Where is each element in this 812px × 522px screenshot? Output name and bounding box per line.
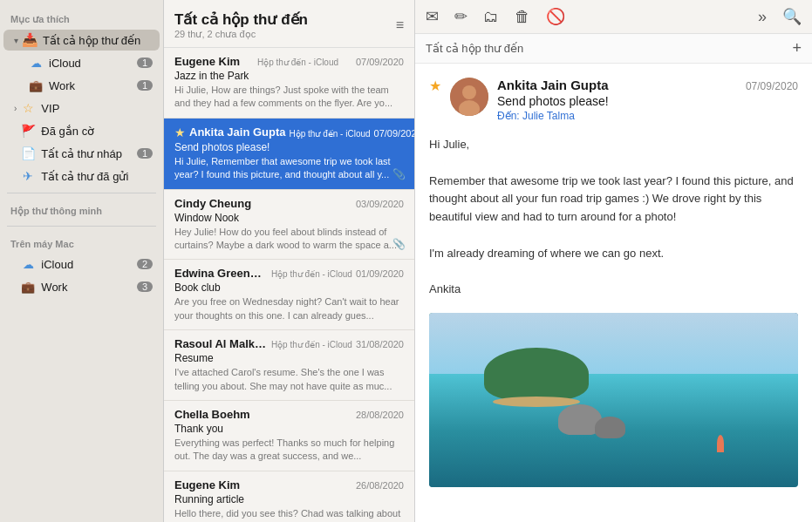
email-content: ★ Ankita Jain Gupta 07/09/2020 Send phot… [415,64,812,522]
mail-item-sender: Chella Boehm [174,408,356,421]
mail-item-meta: Hộp thư đến - iCloud [271,340,352,349]
email-body: Hi Julie, Remember that awesome trip we … [429,136,798,299]
mail-item-header: Rasoul Al Malkawi Hộp thư đến - iCloud 3… [174,337,404,350]
sidebar-item-flagged[interactable]: › 🚩 Đã gắn cờ [3,120,160,141]
reading-pane: ✉ ✏ 🗂 🗑 🚫 » 🔍 Tất cả hộp thư đến + ★ [415,0,812,522]
mail-item-meta: Hộp thư đến - iCloud [271,269,352,279]
mail-list-subtitle: 29 thư, 2 chưa đọc [174,29,308,40]
work-icon: 💼 [28,78,44,93]
mail-item-date: 03/09/2020 [356,199,404,209]
junk-icon[interactable]: 🚫 [546,7,565,26]
icloud-section-badge: 2 [137,259,153,269]
mail-item[interactable]: Eugene Kim Hộp thư đến - iCloud 07/09/20… [164,48,414,119]
drafts-icon: 📄 [20,146,36,161]
sidebar-item-label: Tất cả hộp thư đến [43,34,153,47]
image-scene [429,313,798,487]
mail-item-sender: Cindy Cheung [174,197,356,210]
sender-row: Eugene Kim [174,55,240,68]
body-line: Remember that awesome trip we took last … [429,173,798,227]
mail-item[interactable]: Chella Boehm 28/08/2020 Thank you Everyt… [164,401,414,471]
sidebar-item-vip[interactable]: › ☆ VIP [3,98,160,119]
drafts-badge: 1 [137,148,153,159]
more-icon[interactable]: » [758,8,767,26]
mail-icon[interactable]: ✉ [426,7,439,26]
archive-icon[interactable]: 🗂 [483,8,499,26]
mail-item-preview: Hi Julie, How are things? Just spoke wit… [174,84,404,111]
mail-item-preview: Hello there, did you see this? Chad was … [174,507,404,522]
mail-item-date: 31/08/2020 [356,339,404,349]
mail-item-sender: Edwina Greenaway [174,267,268,280]
filter-icon[interactable]: ≡ [396,17,404,33]
sidebar-icloud-label: iCloud [49,57,137,70]
email-detail-date: 07/09/2020 [746,80,798,92]
email-to-label: Đến: [497,110,520,122]
add-button[interactable]: + [792,39,802,58]
mail-item-preview: I've attached Carol's resume. She's the … [174,366,404,393]
compose-icon[interactable]: ✏ [454,7,467,26]
sidebar-item-work-section[interactable]: › 💼 Work 3 [3,276,160,297]
on-mac-label: Trên máy Mac [0,232,163,253]
toolbar: ✉ ✏ 🗂 🗑 🚫 » 🔍 [415,0,812,34]
mail-item-subject: Jazz in the Park [174,70,404,82]
mail-item-subject: Book club [174,281,404,294]
mail-list-title: Tất cả hộp thư đến [174,10,308,29]
sidebar-item-all-inbox[interactable]: ▾ 📥 Tất cả hộp thư đến [3,30,160,51]
reading-header-title: Tất cả hộp thư đến [426,42,523,55]
body-line: Hi Julie, [429,136,798,154]
chevron-vip-icon: › [14,104,17,113]
email-star-icon[interactable]: ★ [429,78,441,94]
email-meta: ★ Ankita Jain Gupta 07/09/2020 Send phot… [429,78,798,122]
mail-item-subject: Running article [174,493,404,505]
reading-pane-header: Tất cả hộp thư đến + [415,34,812,64]
trash-icon[interactable]: 🗑 [515,8,530,26]
email-info: Ankita Jain Gupta 07/09/2020 Send photos… [497,78,798,122]
mail-item-sender: Ankita Jain Gupta [189,125,286,139]
sidebar-item-icloud[interactable]: ☁ iCloud 1 [3,52,160,73]
attachment-icon: 📎 [392,238,406,250]
mail-item-header: Chella Boehm 28/08/2020 [174,408,404,421]
sidebar-flagged-label: Đã gắn cờ [41,125,153,138]
mail-item[interactable]: ★ Ankita Jain Gupta Hộp thư đến - iCloud… [164,119,414,190]
work1-badge: 1 [137,80,153,91]
chevron-icon: ▾ [14,36,18,45]
mail-item[interactable]: Rasoul Al Malkawi Hộp thư đến - iCloud 3… [164,330,414,401]
icloud-badge: 1 [137,58,153,68]
email-to-name: Julie Talma [522,110,575,122]
icloud-section-icon: ☁ [20,256,36,272]
sidebar-item-drafts[interactable]: › 📄 Tất cả thư nháp 1 [3,143,160,164]
sidebar-item-sent[interactable]: › ✈ Tất cả thư đã gửi [3,166,160,186]
sidebar-item-icloud-section[interactable]: › ☁ iCloud 2 [3,254,160,275]
sidebar-item-work1[interactable]: 💼 Work 1 [3,75,160,96]
divider2 [7,226,156,227]
sidebar: Mục ưa thích ▾ 📥 Tất cả hộp thư đến ☁ iC… [0,0,164,522]
svg-point-1 [462,85,476,99]
inbox-icon: 📥 [22,32,38,48]
mail-item-preview: Are you free on Wednesday night? Can't w… [174,295,404,322]
mail-list-header-left: Tất cả hộp thư đến 29 thư, 2 chưa đọc [174,10,308,40]
sidebar-work1-label: Work [49,79,137,92]
work-section-icon: 💼 [20,279,36,295]
email-subject: Send photos please! [497,94,798,108]
star-icon: ★ [174,125,186,139]
flag-icon: 🚩 [20,123,36,139]
divider1 [7,193,156,193]
email-sender-name: Ankita Jain Gupta [497,78,609,92]
mail-item[interactable]: Edwina Greenaway Hộp thư đến - iCloud 01… [164,260,414,330]
mail-item[interactable]: Cindy Cheung 03/09/2020 Window Nook Hey … [164,190,414,261]
mail-item-preview: Everything was perfect! Thanks so much f… [174,437,404,464]
attachment-icon: 📎 [392,168,406,180]
search-icon[interactable]: 🔍 [782,7,802,26]
mail-item-subject: Thank you [174,423,404,435]
icloud-section-label: iCloud [41,258,137,271]
sender-row: ★ Ankita Jain Gupta [174,125,286,139]
mail-item-date: 26/08/2020 [356,480,404,491]
mail-item[interactable]: Eugene Kim 26/08/2020 Running article He… [164,471,414,522]
mail-item-header: ★ Ankita Jain Gupta Hộp thư đến - iCloud… [174,125,404,139]
mail-item-subject: Window Nook [174,212,404,224]
mail-item-date: 01/09/2020 [356,268,404,279]
scene-rock2 [595,417,625,438]
favorites-label: Mục ưa thích [0,7,163,29]
sidebar-sent-label: Tất cả thư đã gửi [41,170,153,183]
mail-item-preview: Hey Julie! How do you feel about blinds … [174,226,404,253]
mail-item-meta: Hộp thư đến - iCloud [257,58,338,67]
